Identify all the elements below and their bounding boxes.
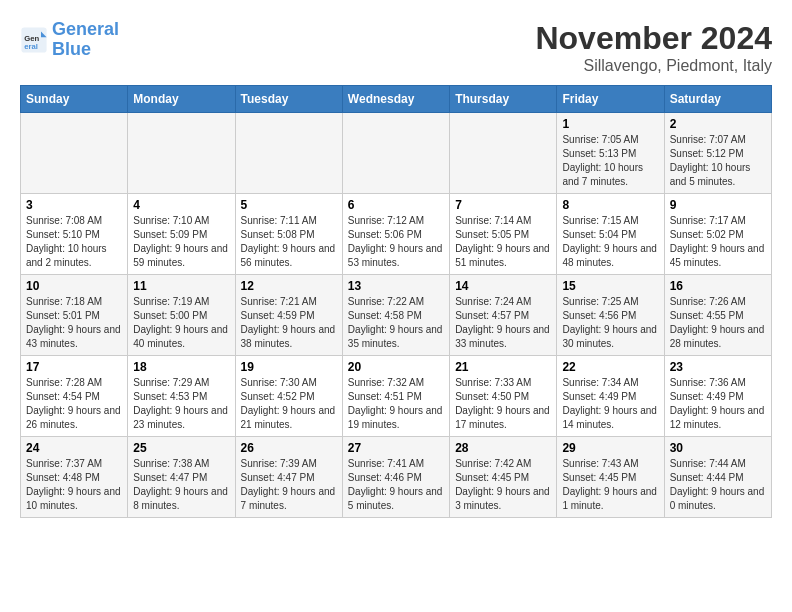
- day-info: Sunrise: 7:28 AM Sunset: 4:54 PM Dayligh…: [26, 376, 122, 432]
- calendar-cell: 9Sunrise: 7:17 AM Sunset: 5:02 PM Daylig…: [664, 194, 771, 275]
- day-number: 7: [455, 198, 551, 212]
- calendar-cell: [128, 113, 235, 194]
- calendar-cell: 19Sunrise: 7:30 AM Sunset: 4:52 PM Dayli…: [235, 356, 342, 437]
- day-number: 12: [241, 279, 337, 293]
- day-info: Sunrise: 7:18 AM Sunset: 5:01 PM Dayligh…: [26, 295, 122, 351]
- day-number: 9: [670, 198, 766, 212]
- calendar-cell: [235, 113, 342, 194]
- calendar-cell: 2Sunrise: 7:07 AM Sunset: 5:12 PM Daylig…: [664, 113, 771, 194]
- day-info: Sunrise: 7:33 AM Sunset: 4:50 PM Dayligh…: [455, 376, 551, 432]
- calendar-cell: 3Sunrise: 7:08 AM Sunset: 5:10 PM Daylig…: [21, 194, 128, 275]
- day-number: 21: [455, 360, 551, 374]
- calendar-cell: 20Sunrise: 7:32 AM Sunset: 4:51 PM Dayli…: [342, 356, 449, 437]
- day-number: 26: [241, 441, 337, 455]
- day-number: 25: [133, 441, 229, 455]
- day-info: Sunrise: 7:38 AM Sunset: 4:47 PM Dayligh…: [133, 457, 229, 513]
- day-number: 11: [133, 279, 229, 293]
- calendar-cell: [450, 113, 557, 194]
- day-number: 18: [133, 360, 229, 374]
- day-info: Sunrise: 7:21 AM Sunset: 4:59 PM Dayligh…: [241, 295, 337, 351]
- day-info: Sunrise: 7:41 AM Sunset: 4:46 PM Dayligh…: [348, 457, 444, 513]
- day-number: 14: [455, 279, 551, 293]
- calendar-week-row: 10Sunrise: 7:18 AM Sunset: 5:01 PM Dayli…: [21, 275, 772, 356]
- calendar-week-row: 3Sunrise: 7:08 AM Sunset: 5:10 PM Daylig…: [21, 194, 772, 275]
- day-number: 19: [241, 360, 337, 374]
- day-number: 16: [670, 279, 766, 293]
- calendar-cell: 6Sunrise: 7:12 AM Sunset: 5:06 PM Daylig…: [342, 194, 449, 275]
- day-info: Sunrise: 7:26 AM Sunset: 4:55 PM Dayligh…: [670, 295, 766, 351]
- day-info: Sunrise: 7:44 AM Sunset: 4:44 PM Dayligh…: [670, 457, 766, 513]
- calendar-cell: 11Sunrise: 7:19 AM Sunset: 5:00 PM Dayli…: [128, 275, 235, 356]
- weekday-header-row: Sunday Monday Tuesday Wednesday Thursday…: [21, 86, 772, 113]
- header-sunday: Sunday: [21, 86, 128, 113]
- header-monday: Monday: [128, 86, 235, 113]
- day-number: 17: [26, 360, 122, 374]
- day-number: 3: [26, 198, 122, 212]
- day-number: 15: [562, 279, 658, 293]
- calendar-cell: 18Sunrise: 7:29 AM Sunset: 4:53 PM Dayli…: [128, 356, 235, 437]
- header-tuesday: Tuesday: [235, 86, 342, 113]
- day-info: Sunrise: 7:24 AM Sunset: 4:57 PM Dayligh…: [455, 295, 551, 351]
- calendar-table: Sunday Monday Tuesday Wednesday Thursday…: [20, 85, 772, 518]
- day-info: Sunrise: 7:08 AM Sunset: 5:10 PM Dayligh…: [26, 214, 122, 270]
- calendar-cell: 1Sunrise: 7:05 AM Sunset: 5:13 PM Daylig…: [557, 113, 664, 194]
- day-info: Sunrise: 7:12 AM Sunset: 5:06 PM Dayligh…: [348, 214, 444, 270]
- day-info: Sunrise: 7:22 AM Sunset: 4:58 PM Dayligh…: [348, 295, 444, 351]
- day-info: Sunrise: 7:34 AM Sunset: 4:49 PM Dayligh…: [562, 376, 658, 432]
- header-saturday: Saturday: [664, 86, 771, 113]
- calendar-cell: 7Sunrise: 7:14 AM Sunset: 5:05 PM Daylig…: [450, 194, 557, 275]
- day-number: 30: [670, 441, 766, 455]
- day-info: Sunrise: 7:42 AM Sunset: 4:45 PM Dayligh…: [455, 457, 551, 513]
- calendar-cell: [21, 113, 128, 194]
- day-number: 23: [670, 360, 766, 374]
- calendar-cell: 26Sunrise: 7:39 AM Sunset: 4:47 PM Dayli…: [235, 437, 342, 518]
- logo: Gen eral General Blue: [20, 20, 119, 60]
- day-info: Sunrise: 7:11 AM Sunset: 5:08 PM Dayligh…: [241, 214, 337, 270]
- header-friday: Friday: [557, 86, 664, 113]
- calendar-cell: 16Sunrise: 7:26 AM Sunset: 4:55 PM Dayli…: [664, 275, 771, 356]
- day-number: 13: [348, 279, 444, 293]
- day-number: 5: [241, 198, 337, 212]
- day-number: 22: [562, 360, 658, 374]
- day-number: 28: [455, 441, 551, 455]
- day-number: 8: [562, 198, 658, 212]
- calendar-cell: 5Sunrise: 7:11 AM Sunset: 5:08 PM Daylig…: [235, 194, 342, 275]
- calendar-cell: 29Sunrise: 7:43 AM Sunset: 4:45 PM Dayli…: [557, 437, 664, 518]
- calendar-cell: 23Sunrise: 7:36 AM Sunset: 4:49 PM Dayli…: [664, 356, 771, 437]
- day-info: Sunrise: 7:37 AM Sunset: 4:48 PM Dayligh…: [26, 457, 122, 513]
- calendar-cell: 8Sunrise: 7:15 AM Sunset: 5:04 PM Daylig…: [557, 194, 664, 275]
- day-info: Sunrise: 7:32 AM Sunset: 4:51 PM Dayligh…: [348, 376, 444, 432]
- day-number: 20: [348, 360, 444, 374]
- calendar-cell: 21Sunrise: 7:33 AM Sunset: 4:50 PM Dayli…: [450, 356, 557, 437]
- day-info: Sunrise: 7:05 AM Sunset: 5:13 PM Dayligh…: [562, 133, 658, 189]
- day-info: Sunrise: 7:25 AM Sunset: 4:56 PM Dayligh…: [562, 295, 658, 351]
- day-number: 1: [562, 117, 658, 131]
- day-number: 6: [348, 198, 444, 212]
- logo-icon: Gen eral: [20, 26, 48, 54]
- calendar-cell: 25Sunrise: 7:38 AM Sunset: 4:47 PM Dayli…: [128, 437, 235, 518]
- day-info: Sunrise: 7:14 AM Sunset: 5:05 PM Dayligh…: [455, 214, 551, 270]
- calendar-cell: 14Sunrise: 7:24 AM Sunset: 4:57 PM Dayli…: [450, 275, 557, 356]
- calendar-cell: 17Sunrise: 7:28 AM Sunset: 4:54 PM Dayli…: [21, 356, 128, 437]
- day-number: 2: [670, 117, 766, 131]
- day-number: 24: [26, 441, 122, 455]
- day-info: Sunrise: 7:43 AM Sunset: 4:45 PM Dayligh…: [562, 457, 658, 513]
- logo-text: General Blue: [52, 20, 119, 60]
- day-info: Sunrise: 7:19 AM Sunset: 5:00 PM Dayligh…: [133, 295, 229, 351]
- day-info: Sunrise: 7:39 AM Sunset: 4:47 PM Dayligh…: [241, 457, 337, 513]
- day-number: 27: [348, 441, 444, 455]
- calendar-cell: 22Sunrise: 7:34 AM Sunset: 4:49 PM Dayli…: [557, 356, 664, 437]
- calendar-week-row: 17Sunrise: 7:28 AM Sunset: 4:54 PM Dayli…: [21, 356, 772, 437]
- svg-text:eral: eral: [24, 42, 38, 51]
- calendar-header: Sunday Monday Tuesday Wednesday Thursday…: [21, 86, 772, 113]
- title-area: November 2024 Sillavengo, Piedmont, Ital…: [535, 20, 772, 75]
- header-wednesday: Wednesday: [342, 86, 449, 113]
- location-subtitle: Sillavengo, Piedmont, Italy: [535, 57, 772, 75]
- day-info: Sunrise: 7:30 AM Sunset: 4:52 PM Dayligh…: [241, 376, 337, 432]
- month-title: November 2024: [535, 20, 772, 57]
- calendar-cell: 12Sunrise: 7:21 AM Sunset: 4:59 PM Dayli…: [235, 275, 342, 356]
- calendar-cell: 30Sunrise: 7:44 AM Sunset: 4:44 PM Dayli…: [664, 437, 771, 518]
- day-info: Sunrise: 7:07 AM Sunset: 5:12 PM Dayligh…: [670, 133, 766, 189]
- day-number: 10: [26, 279, 122, 293]
- calendar-cell: 24Sunrise: 7:37 AM Sunset: 4:48 PM Dayli…: [21, 437, 128, 518]
